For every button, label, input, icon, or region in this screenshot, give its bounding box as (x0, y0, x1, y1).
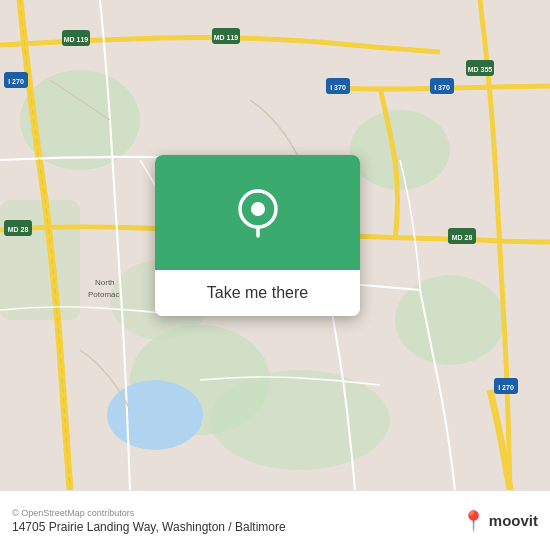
svg-point-3 (350, 110, 450, 190)
svg-text:I 270: I 270 (498, 384, 514, 391)
address-text: 14705 Prairie Landing Way, Washington / … (12, 520, 286, 534)
moovit-brand-text: moovit (489, 512, 538, 529)
location-pin-icon (231, 186, 285, 240)
svg-rect-5 (0, 200, 80, 320)
popup-card: Take me there (155, 155, 360, 316)
map-container: MD 119 MD 119 MD 28 MD 28 MD 355 I 270 I… (0, 0, 550, 490)
svg-text:Potomac: Potomac (88, 290, 120, 299)
svg-text:North: North (95, 278, 115, 287)
svg-text:I 370: I 370 (330, 84, 346, 91)
svg-text:MD 28: MD 28 (8, 226, 29, 233)
svg-point-30 (251, 202, 265, 216)
svg-point-6 (210, 370, 390, 470)
copyright-text: © OpenStreetMap contributors (12, 508, 286, 518)
moovit-pin-icon: 📍 (461, 509, 486, 533)
svg-text:MD 119: MD 119 (64, 36, 89, 43)
svg-text:I 270: I 270 (8, 78, 24, 85)
svg-point-8 (107, 380, 203, 450)
moovit-logo: 📍 moovit (461, 509, 538, 533)
svg-text:MD 28: MD 28 (452, 234, 473, 241)
take-me-there-button[interactable]: Take me there (155, 270, 360, 316)
svg-text:MD 355: MD 355 (468, 66, 493, 73)
svg-text:I 370: I 370 (434, 84, 450, 91)
svg-text:MD 119: MD 119 (214, 34, 239, 41)
popup-green-area (155, 155, 360, 270)
bottom-bar: © OpenStreetMap contributors 14705 Prair… (0, 490, 550, 550)
